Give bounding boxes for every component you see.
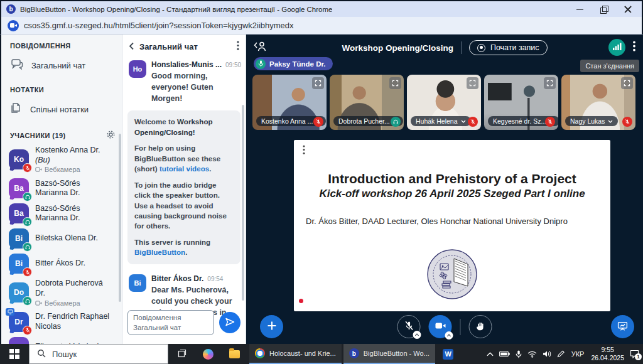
participant-row[interactable]: El Elizaveta Vakulenko [1,335,122,345]
sidebar-item-shared-notes[interactable]: Спільні нотатки [1,96,122,122]
participant-row[interactable]: Ko Kostenko Anna Dr. (Bu) Вебкамера [1,143,122,176]
participant-row[interactable]: Bi Bitter Ákos Dr. [1,251,122,276]
webcam-name-label[interactable]: Nagy Lukas [565,116,618,126]
webcam-name-label[interactable]: Huhák Helena [411,116,471,126]
raise-hand-button[interactable] [469,315,492,338]
participant-device: Вебкамера [35,299,114,307]
microphone-muted-button[interactable] [397,315,421,338]
close-button[interactable] [624,6,632,13]
task-view-button[interactable] [168,344,195,364]
url-text[interactable]: csos35.gmf.u-szeged.hu/html5client/join?… [24,21,294,30]
active-talker-pill[interactable]: Paksy Tünde Dr. [254,57,333,70]
participant-name: Bitter Ákos Dr. [35,259,85,269]
window-title: BigBlueButton - Workshop Opening/Closing… [20,6,332,13]
pen-icon[interactable] [557,350,565,358]
mic-off-badge-icon [23,326,32,335]
participants-section-header: УЧАСНИКИ (19) [10,132,66,139]
message-text: Good morning, everyone! Guten Morgen! [151,70,241,104]
chat-message-input[interactable]: Повідомлення Загальний чат [127,310,214,335]
send-message-button[interactable] [219,312,240,333]
manage-participants-gear-icon[interactable] [106,130,116,141]
fullscreen-icon[interactable] [467,77,478,89]
webcam-tile[interactable]: Dobrota Pucher... [330,75,404,130]
participant-row[interactable]: Ba Bazsó-Sőrés Marianna Dr. [1,176,122,201]
participant-avatar: Dr [9,312,29,332]
bigbluebutton-link[interactable]: BigBlueButton [134,248,185,256]
plus-icon [267,321,277,333]
signal-bars-icon [613,43,622,52]
participant-row[interactable]: Do Dobrota Pucherová Dr. Вебкамера [1,276,122,309]
meeting-title: Workshop Opening/Closing [342,43,453,53]
wifi-icon[interactable] [527,351,537,358]
participant-avatar: Ko [9,149,29,169]
taskbar-task-bigbluebutton[interactable]: b BigBlueButton - Wo... [343,344,435,364]
mic-options-chevron[interactable] [413,331,421,339]
slide-options-kebab-icon[interactable] [303,145,305,157]
mic-off-badge-icon [545,117,555,127]
taskbar-search-box[interactable]: Пошук [29,344,168,364]
meeting-main-area: Workshop Opening/Closing Почати запис Ст… [246,35,643,344]
slide-author-line: Dr. Ákos Bitter, DAAD Lecturer, Oles Hon… [306,217,610,226]
chat-options-kebab-icon[interactable] [237,41,239,53]
fullscreen-icon[interactable] [621,77,633,89]
folder-icon [229,350,240,358]
slide-subtitle: Kick-off workshop 26 April 2025 Szeged P… [294,188,610,200]
participant-name: Kostenko Anna Dr. (Bu) [35,146,114,165]
copilot-button[interactable] [195,344,221,364]
volume-icon[interactable] [543,350,551,358]
participant-row[interactable]: Dr Dr. Fendrich Raphael Nicolas [1,309,122,335]
university-emblem-logo [426,249,478,302]
listen-only-badge-icon [23,242,32,252]
language-indicator[interactable]: УКР [570,350,586,358]
word-button[interactable]: W [435,344,462,364]
mic-off-badge-icon [622,117,632,127]
message-author: Bitter Ákos Dr. [151,274,203,283]
microphone-tray-icon[interactable] [516,350,522,358]
start-button[interactable] [0,344,29,364]
sidebar-item-public-chat[interactable]: Загальний чат [1,52,122,78]
mic-off-badge-icon [313,117,323,127]
minimize-button[interactable] [576,6,584,13]
webcam-tile[interactable]: Huhák Helena [407,75,481,130]
clock[interactable]: 9:5526.04.2025 [591,346,624,362]
taskbar-task-chrome[interactable]: Holocaust- und Krie... [249,344,342,364]
laser-pointer-dot [299,299,303,303]
webcam-row: Kostenko Anna ... Dobrota Pucher... Huhá… [252,75,635,130]
message-author: Honslalies-Munis ... [151,60,222,69]
actions-plus-button[interactable] [260,315,283,338]
minimize-presentation-button[interactable] [611,315,634,338]
participant-avatar: Ba [9,178,29,198]
notification-center-button[interactable]: 1 [630,350,639,358]
webcam-tile[interactable]: Kegyesné dr. Sz... [484,75,558,130]
participant-avatar: Bi [9,228,29,249]
sidebar: ПОВІДОМЛЕННЯ Загальний чат НОТАТКИ Спіль… [1,35,122,344]
options-kebab-icon[interactable] [633,41,635,54]
webcam-tile[interactable]: Nagy Lukas [561,75,635,130]
webcam-options-chevron[interactable] [445,331,453,340]
welcome-message: Welcome to Workshop Opening/Closing! For… [127,110,240,264]
webcam-on-button[interactable] [429,315,452,338]
webcam-tile[interactable]: Kostenko Anna ... [252,75,327,130]
chat-back-icon[interactable] [129,41,134,53]
tutorial-videos-link[interactable]: tutorial videos [159,164,209,173]
restore-button[interactable] [600,6,608,13]
mic-off-badge-icon [468,117,478,127]
connection-status-button[interactable] [608,39,625,56]
participants-scrollbar[interactable] [119,134,121,302]
fullscreen-icon[interactable] [312,77,324,89]
participant-row[interactable]: Ba Bazsó-Sőrés Marianna Dr. [1,201,122,226]
mic-off-icon [403,320,414,333]
listen-only-badge-icon [23,192,32,201]
url-bar[interactable]: csos35.gmf.u-szeged.hu/html5client/join?… [0,17,643,35]
battery-icon[interactable] [499,351,510,357]
shared-notes-label: Спільні нотатки [30,105,89,114]
participant-row[interactable]: Bi Biletska Olena Dr. [1,226,122,251]
show-hidden-icons-chevron[interactable] [487,352,494,356]
fullscreen-icon[interactable] [389,77,401,89]
start-recording-button[interactable]: Почати запис [469,40,548,55]
fullscreen-icon[interactable] [544,77,556,89]
messages-section-header: ПОВІДОМЛЕННЯ [1,35,122,52]
presentation-slide[interactable]: Introduction and Prehistory of a Project… [294,140,610,311]
file-explorer-button[interactable] [221,344,247,364]
chat-scrollbar[interactable] [242,105,244,301]
